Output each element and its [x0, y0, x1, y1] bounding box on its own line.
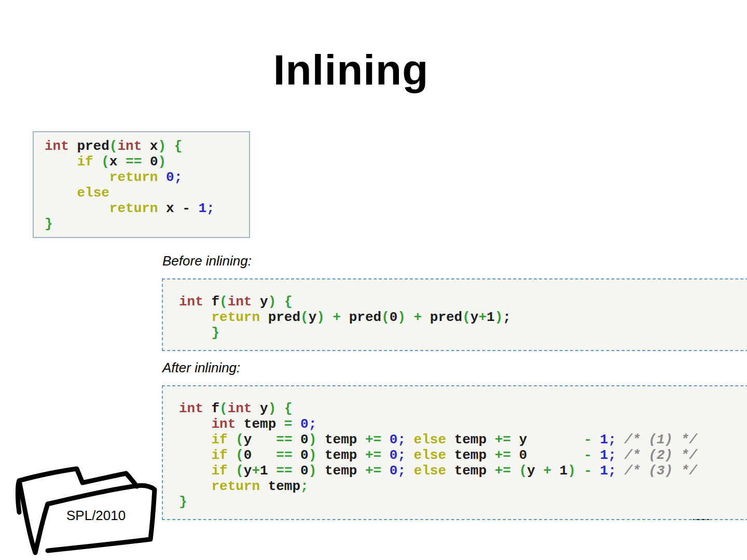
code-token [406, 447, 414, 463]
code-token: 0 [511, 447, 584, 463]
code-line: int f(int y) { [179, 294, 747, 310]
code-line: return x - 1; [45, 201, 249, 216]
code-token [406, 463, 414, 479]
code-token [292, 416, 300, 432]
folder-front-top-edge [48, 486, 136, 504]
before-inlining-label: Before inlining: [162, 253, 252, 269]
code-line: if (y+1 == 0) temp += 0; else temp += (y… [179, 463, 747, 479]
code-token: y [511, 432, 584, 447]
code-token: ) [397, 310, 406, 325]
code-line: return pred(y) + pred(0) + pred(y+1); [179, 310, 747, 325]
code-token [45, 154, 77, 170]
code-token: + [543, 463, 551, 479]
code-token [45, 170, 109, 185]
code-token: pred [260, 310, 300, 325]
code-token: if [211, 447, 227, 463]
code-token: += [495, 463, 511, 479]
code-token [576, 463, 584, 479]
code-token: temp [316, 463, 365, 479]
slide-title: Inlining [0, 46, 702, 94]
code-token: x [142, 138, 158, 154]
code-line: return 0; [45, 170, 249, 185]
code-token [592, 463, 600, 479]
code-token [179, 463, 211, 479]
code-token: + [478, 310, 487, 325]
code-token: ) [158, 154, 167, 170]
code-token: return [211, 310, 260, 325]
code-token: + [252, 463, 260, 479]
code-token [616, 447, 625, 463]
code-token: += [365, 447, 381, 463]
code-token: { [284, 294, 293, 310]
code-token: x [109, 154, 126, 170]
code-token [511, 463, 519, 479]
code-box-before-inlining: int f(int y) { return pred(y) + pred(0) … [162, 278, 747, 351]
code-token: 0; [166, 170, 182, 185]
code-token: ) [316, 310, 325, 325]
code-token [228, 432, 236, 447]
code-token: int [228, 401, 252, 416]
code-token: pred [422, 310, 462, 325]
code-token: ( [519, 463, 528, 479]
code-token: 1 [260, 463, 276, 479]
code-line: } [45, 216, 249, 232]
code-token: == [276, 432, 292, 447]
code-token: ( [219, 401, 228, 416]
code-token: == [276, 463, 292, 479]
code-token: temp [260, 479, 300, 494]
code-line: int temp = 0; [179, 416, 747, 432]
code-token: += [495, 447, 511, 463]
code-token: y [252, 294, 268, 310]
code-token [616, 463, 625, 479]
code-token: x - [158, 201, 198, 216]
code-line: int f(int y) { [179, 401, 747, 416]
footer-badge: SPL/2010 [66, 508, 126, 524]
code-token: int [117, 138, 142, 154]
code-token: int [211, 416, 236, 432]
code-token [406, 432, 414, 447]
code-token: 0 [293, 447, 309, 463]
code-token [179, 416, 211, 432]
code-token: temp [236, 416, 284, 432]
code-token [93, 154, 102, 170]
code-token: ) [268, 401, 276, 416]
code-token: else [414, 463, 446, 479]
code-token: - [584, 432, 592, 447]
code-token: } [179, 494, 187, 510]
code-token: += [495, 432, 511, 447]
code-token: temp [446, 447, 495, 463]
code-line: return temp; [179, 479, 747, 494]
code-token: 1; [600, 447, 616, 463]
code-token [166, 138, 174, 154]
code-token: f [203, 401, 219, 416]
code-token: int [179, 294, 203, 310]
code-line: if (x == 0) [45, 154, 249, 170]
code-token: y [244, 463, 252, 479]
code-token: ) [309, 463, 317, 479]
code-token: return [109, 201, 158, 216]
code-token [406, 310, 414, 325]
code-line: if (y == 0) temp += 0; else temp += y - … [179, 432, 747, 447]
code-token: ( [219, 294, 228, 310]
code-token: 1; [600, 432, 616, 447]
after-inlining-label: After inlining: [162, 360, 240, 376]
code-box-pred: int pred(int x) { if (x == 0) return 0; … [33, 131, 250, 238]
slide: Inlining int pred(int x) { if (x == 0) r… [0, 0, 747, 560]
code-token: 0; [300, 416, 316, 432]
code-token [325, 310, 333, 325]
code-token [381, 447, 390, 463]
code-token [276, 401, 284, 416]
code-token: ) [309, 432, 317, 447]
code-token: += [365, 463, 381, 479]
code-token: = [284, 416, 293, 432]
code-token: else [414, 447, 446, 463]
code-token [179, 432, 211, 447]
code-line: int pred(int x) { [45, 138, 249, 154]
code-token: ( [381, 310, 390, 325]
code-token: else [77, 185, 109, 201]
code-token: ( [462, 310, 471, 325]
code-token: 0; [390, 463, 406, 479]
code-token [158, 170, 166, 185]
code-token: pred [69, 138, 109, 154]
code-token: ( [236, 463, 244, 479]
